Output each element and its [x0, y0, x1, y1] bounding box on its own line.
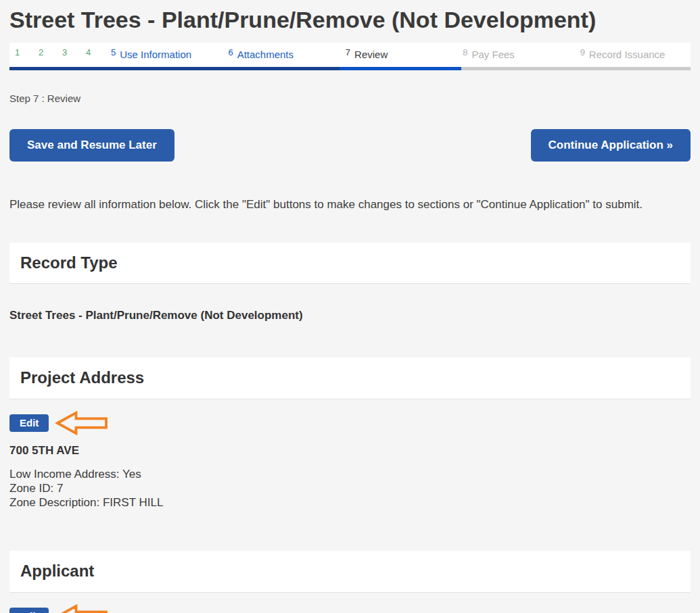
step-5-use-information[interactable]: 5Use Information [104, 49, 221, 60]
step-1-number: 1 [15, 47, 20, 57]
project-address-details: Low Income Address: Yes Zone ID: 7 Zone … [9, 467, 691, 510]
record-type-title: Record Type [20, 253, 680, 272]
step-4-number: 4 [86, 47, 91, 57]
step-7-number: 7 [346, 47, 350, 57]
detail-low-income: Low Income Address: Yes [9, 467, 691, 481]
progress-completed-segment [9, 67, 340, 70]
step-3-number: 3 [62, 47, 67, 57]
project-address-value: 700 5TH AVE [9, 444, 691, 458]
step-9-record-issuance: 9Record Issuance [574, 49, 691, 60]
step-wizard: 1 2 3 4 5Use Information 6Attachments 7R… [9, 43, 691, 70]
step-4[interactable]: 4 [80, 49, 104, 60]
left-arrow-annotation-icon [54, 411, 110, 435]
step-caption: Step 7 : Review [9, 93, 691, 104]
step-3[interactable]: 3 [57, 49, 80, 60]
save-and-resume-later-button[interactable]: Save and Resume Later [9, 129, 174, 162]
step-7-review: 7Review [339, 49, 456, 60]
step-5-number: 5 [111, 47, 116, 57]
project-address-edit-row: Edit [9, 411, 691, 435]
step-6-number: 6 [228, 47, 233, 57]
continue-application-button[interactable]: Continue Application » [531, 129, 691, 162]
step-9-label: Record Issuance [589, 49, 666, 60]
record-type-section-header: Record Type [9, 243, 691, 285]
step-6-label: Attachments [237, 49, 294, 60]
step-7-label: Review [354, 49, 388, 60]
step-1[interactable]: 1 [9, 49, 33, 60]
action-button-row: Save and Resume Later Continue Applicati… [9, 129, 691, 162]
step-2-number: 2 [39, 47, 43, 57]
detail-zone-description: Zone Description: FIRST HILL [9, 495, 691, 510]
step-8-pay-fees: 8Pay Fees [456, 49, 573, 60]
application-review-page: Street Trees - Plant/Prune/Remove (Not D… [0, 0, 700, 613]
progress-upcoming-segment [461, 67, 691, 70]
project-address-edit-button[interactable]: Edit [9, 414, 49, 432]
step-9-number: 9 [580, 47, 585, 57]
step-8-label: Pay Fees [471, 49, 514, 60]
step-8-number: 8 [463, 47, 467, 57]
progress-bar [9, 67, 691, 70]
applicant-edit-row: Edit [9, 604, 691, 613]
applicant-edit-button[interactable]: Edit [9, 608, 49, 613]
applicant-title: Applicant [20, 562, 680, 581]
page-title: Street Trees - Plant/Prune/Remove (Not D… [9, 0, 691, 34]
project-address-section-header: Project Address [9, 358, 691, 399]
detail-zone-id: Zone ID: 7 [9, 481, 691, 495]
record-type-value: Street Trees - Plant/Prune/Remove (Not D… [9, 309, 691, 322]
step-5-label: Use Information [120, 49, 191, 60]
step-6-attachments[interactable]: 6Attachments [221, 49, 338, 60]
left-arrow-annotation-icon [54, 604, 110, 613]
progress-current-segment [340, 67, 461, 70]
review-instruction-text: Please review all information below. Cli… [9, 198, 691, 212]
applicant-section-header: Applicant [9, 551, 691, 593]
project-address-title: Project Address [20, 368, 680, 387]
step-2[interactable]: 2 [33, 49, 57, 60]
